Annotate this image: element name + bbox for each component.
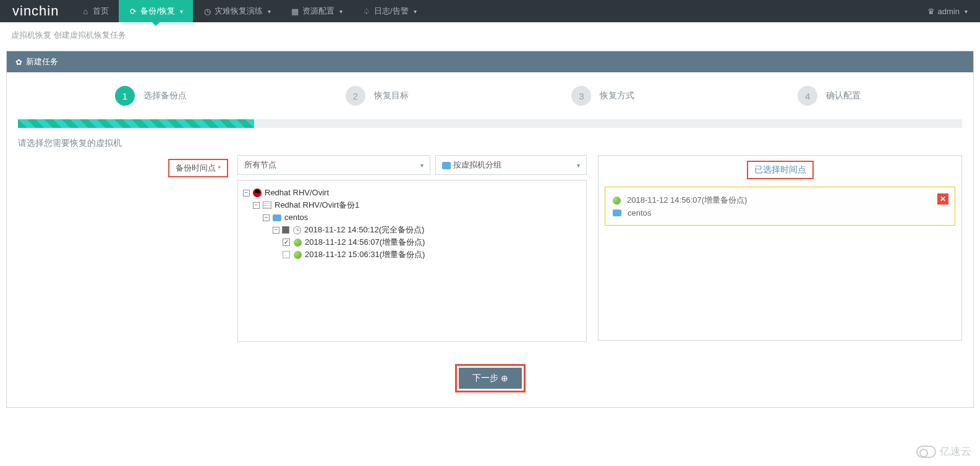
backup-point-label: 备份时间点 xyxy=(176,163,216,174)
step-3-num: 3 xyxy=(571,86,591,106)
globe-icon xyxy=(292,238,302,247)
backup-point-label-box: 备份时间点 * xyxy=(168,159,228,177)
nav-home-label: 首页 xyxy=(93,6,109,17)
main-panel: ✿ 新建任务 1 选择备份点 2 恢复目标 3 恢复方式 4 确认配置 请选择您… xyxy=(6,51,974,408)
label-column: 备份时间点 * xyxy=(18,155,237,342)
nav-logs[interactable]: ♤ 日志/告警 ▾ xyxy=(352,0,427,22)
arrow-right-icon: ⊕ xyxy=(501,373,508,383)
nav-resources-label: 资源配置 xyxy=(302,6,334,17)
tree-column: 所有节点 ▾ 按虚拟机分组 ▾ − Redhat RHV/Ovirt − Re xyxy=(237,155,587,342)
content-row: 备份时间点 * 所有节点 ▾ 按虚拟机分组 ▾ − Redhat RHV xyxy=(7,155,973,353)
brand-logo: vinchin xyxy=(0,3,71,19)
chevron-down-icon: ▾ xyxy=(268,8,271,15)
chevron-down-icon: ▾ xyxy=(577,162,580,169)
step-2-num: 2 xyxy=(346,86,365,106)
next-button-highlight: 下一步 ⊕ xyxy=(455,364,526,392)
tree-job-label: Redhat RHV/Ovirt备份1 xyxy=(275,200,359,211)
step-4-label: 确认配置 xyxy=(826,90,861,101)
tree-inc1-label: 2018-11-12 14:56:07(增量备份点) xyxy=(305,237,425,248)
home-icon: ⌂ xyxy=(81,7,90,15)
backup-tree: − Redhat RHV/Ovirt − Redhat RHV/Ovirt备份1… xyxy=(237,180,587,342)
user-name: admin xyxy=(938,7,960,16)
selected-vm: centos xyxy=(628,208,651,218)
step-1-label: 选择备份点 xyxy=(143,90,187,101)
step-2[interactable]: 2 恢复目标 xyxy=(264,86,490,106)
chevron-down-icon: ▾ xyxy=(180,8,183,15)
group-select-value: 按虚拟机分组 xyxy=(442,159,501,171)
tree-vm-label: centos xyxy=(284,212,308,223)
panel-title: 新建任务 xyxy=(26,56,58,67)
tree-inc-backup-2[interactable]: 2018-11-12 15:06:31(增量备份点) xyxy=(243,248,581,261)
remove-selected-button[interactable]: ✕ xyxy=(937,193,948,205)
step-3-label: 恢复方式 xyxy=(600,90,634,101)
tree-inc-backup-1[interactable]: ✓ 2018-11-12 14:56:07(增量备份点) xyxy=(243,236,581,248)
checkbox-full-icon[interactable] xyxy=(282,226,289,234)
step-4[interactable]: 4 确认配置 xyxy=(716,86,942,106)
vm-icon xyxy=(613,210,621,216)
nav-backup[interactable]: ⟳ 备份/恢复 ▾ xyxy=(119,0,193,22)
nav-drill[interactable]: ◷ 灾难恢复演练 ▾ xyxy=(193,0,281,22)
collapse-icon[interactable]: − xyxy=(273,227,279,234)
globe-icon xyxy=(292,250,302,259)
group-select[interactable]: 按虚拟机分组 ▾ xyxy=(435,155,587,175)
tree-vm[interactable]: − centos xyxy=(243,211,581,224)
chevron-down-icon: ▾ xyxy=(414,8,417,15)
selected-column: 已选择时间点 2018-11-12 14:56:07(增量备份点) centos… xyxy=(598,155,962,342)
checkbox-unchecked-icon[interactable] xyxy=(283,251,290,258)
breadcrumb: 虚拟机恢复 创建虚拟机恢复任务 xyxy=(0,22,980,48)
footer-actions: 下一步 ⊕ xyxy=(7,353,973,407)
required-star: * xyxy=(218,164,221,173)
tree-full-label: 2018-11-12 14:50:12(完全备份点) xyxy=(304,224,424,235)
chevron-down-icon: ▾ xyxy=(420,162,424,169)
tree-full-backup[interactable]: − 2018-11-12 14:50:12(完全备份点) xyxy=(243,224,581,236)
tree-root-label: Redhat RHV/Ovirt xyxy=(265,187,329,198)
step-1[interactable]: 1 选择备份点 xyxy=(38,86,264,106)
chevron-down-icon: ▾ xyxy=(965,8,968,15)
globe-icon xyxy=(613,197,621,205)
clock-icon xyxy=(292,226,302,234)
vm-icon xyxy=(442,162,451,169)
selected-box: 已选择时间点 2018-11-12 14:56:07(增量备份点) centos… xyxy=(598,155,962,341)
selected-time: 2018-11-12 14:56:07(增量备份点) xyxy=(627,195,747,206)
tree-root[interactable]: − Redhat RHV/Ovirt xyxy=(243,187,581,199)
selected-time-line: 2018-11-12 14:56:07(增量备份点) xyxy=(613,193,947,207)
selected-header-text: 已选择时间点 xyxy=(747,161,814,179)
nav-backup-label: 备份/恢复 xyxy=(140,6,175,17)
collapse-icon[interactable]: − xyxy=(263,214,270,221)
nav-menu: ⌂ 首页 ⟳ 备份/恢复 ▾ ◷ 灾难恢复演练 ▾ ▦ 资源配置 ▾ ♤ 日志/… xyxy=(71,0,914,22)
selected-item: 2018-11-12 14:56:07(增量备份点) centos ✕ xyxy=(605,187,955,226)
next-button[interactable]: 下一步 ⊕ xyxy=(459,368,522,389)
chevron-down-icon: ▾ xyxy=(339,8,343,15)
vm-icon xyxy=(272,213,282,222)
checkbox-checked-icon[interactable]: ✓ xyxy=(283,239,290,246)
step-wizard: 1 选择备份点 2 恢复目标 3 恢复方式 4 确认配置 xyxy=(7,72,973,112)
nav-logs-label: 日志/告警 xyxy=(374,6,409,17)
tree-job[interactable]: − Redhat RHV/Ovirt备份1 xyxy=(243,199,581,211)
instruction-text: 请选择您需要恢复的虚拟机 xyxy=(7,128,973,155)
collapse-icon[interactable]: − xyxy=(253,202,260,209)
user-menu[interactable]: ♛ admin ▾ xyxy=(915,7,980,16)
node-select-value: 所有节点 xyxy=(244,159,276,171)
collapse-icon[interactable]: − xyxy=(243,190,250,197)
clock-icon: ◷ xyxy=(203,7,211,15)
step-2-label: 恢复目标 xyxy=(374,90,409,101)
step-1-num: 1 xyxy=(115,86,135,106)
tree-inc2-label: 2018-11-12 15:06:31(增量备份点) xyxy=(305,249,425,260)
progress-bar xyxy=(18,119,962,128)
nav-drill-label: 灾难恢复演练 xyxy=(215,6,263,17)
panel-heading: ✿ 新建任务 xyxy=(7,51,973,72)
nav-resources[interactable]: ▦ 资源配置 ▾ xyxy=(281,0,352,22)
top-navbar: vinchin ⌂ 首页 ⟳ 备份/恢复 ▾ ◷ 灾难恢复演练 ▾ ▦ 资源配置… xyxy=(0,0,980,22)
job-icon xyxy=(262,201,272,210)
filter-row: 所有节点 ▾ 按虚拟机分组 ▾ xyxy=(237,155,587,175)
bell-icon: ♤ xyxy=(362,7,371,15)
nav-home[interactable]: ⌂ 首页 xyxy=(71,0,119,22)
step-4-num: 4 xyxy=(798,86,817,106)
redhat-icon xyxy=(252,189,262,197)
selected-vm-line: centos xyxy=(613,207,947,219)
gear-icon: ✿ xyxy=(15,57,22,67)
user-icon: ♛ xyxy=(927,7,935,16)
step-3[interactable]: 3 恢复方式 xyxy=(490,86,717,106)
progress-fill xyxy=(18,119,254,128)
node-select[interactable]: 所有节点 ▾ xyxy=(237,155,430,175)
